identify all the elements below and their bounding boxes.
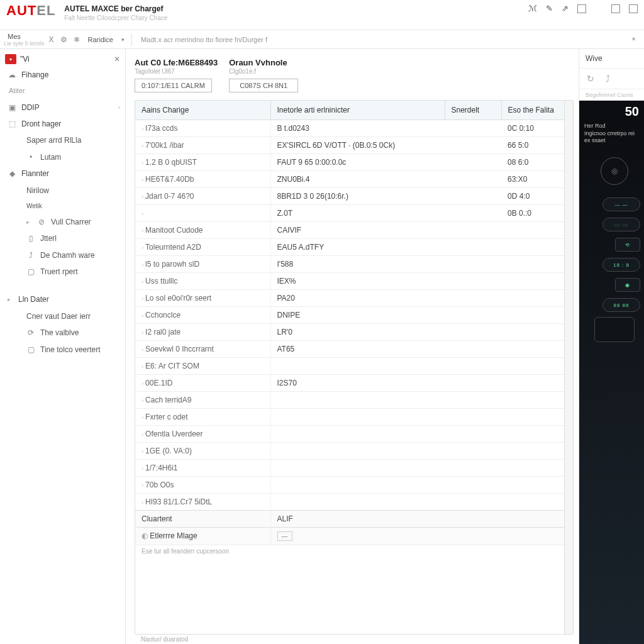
table-row[interactable]: Cach terridA9 (135, 391, 564, 408)
cell: CAIVIF (270, 221, 445, 238)
sidebar-item-11[interactable]: ⤴De Chamh ware (0, 247, 125, 264)
sidebar-item-icon: ◆ (8, 169, 16, 178)
card-button[interactable]: 0:107:1/E11 CALRM (135, 79, 212, 92)
cell (501, 323, 564, 340)
cell (270, 391, 445, 408)
footer-label: Cluartent (135, 510, 270, 527)
menu-mes[interactable]: Mes (4, 33, 45, 40)
cell (135, 204, 270, 221)
cell (501, 255, 564, 272)
tool-x-icon[interactable]: X (47, 35, 56, 44)
sidebar-item-15[interactable]: ⟳The valblve (0, 325, 125, 341)
footer-box[interactable]: — (277, 531, 292, 541)
sidebar-item-12[interactable]: ▢Truert rpert (0, 264, 125, 280)
table-scrollbar[interactable] (564, 101, 573, 634)
title-bar: AUTEL AUTEL MAXCE ber Chargef Falt Neett… (0, 0, 644, 30)
table-row[interactable]: 70b O0s (135, 476, 564, 493)
sidebar-item-label: DDIP (21, 103, 40, 112)
sidebar-item-8: Wetik (0, 199, 125, 214)
cell: HI93 81/1.Cr7 5iDtL (135, 493, 270, 510)
cell: 0C 0:10 (501, 119, 564, 136)
sidebar-item-10[interactable]: ▯Jtterl (0, 230, 125, 247)
cell: LR'0 (270, 323, 445, 340)
menu-raridice[interactable]: Raridice (84, 36, 117, 43)
chevron-down-icon[interactable]: ▾ (119, 36, 126, 43)
sidebar-item-icon: • (26, 153, 35, 162)
sidebar-item-label: Lutam (40, 153, 61, 162)
device-value: 50 (584, 104, 644, 119)
col-header[interactable]: Inetorle arti erlninicter (270, 101, 445, 120)
share-icon[interactable]: ⤴ (606, 74, 610, 84)
table-row[interactable]: Manitoot CudodeCAIVIF (135, 221, 564, 238)
table-row[interactable]: 7'00k1 /ibarEX'SIRCL 6D V/OTT · (0B.0:5 … (135, 136, 564, 153)
table-row[interactable]: Ofentla Uverdeer (135, 425, 564, 442)
col-header[interactable]: Aains Charige (135, 101, 270, 120)
cell: 70b O0s (135, 476, 270, 493)
sidebar-item-2[interactable]: ▣DDIP› (0, 99, 125, 116)
table-row[interactable]: 1GE (0. VA:0) (135, 442, 564, 459)
signal-icon[interactable]: ⇗ (562, 4, 569, 13)
table-row[interactable]: CchonclceDNIPE (135, 306, 564, 323)
cell (445, 476, 501, 493)
script-icon[interactable]: ℳ (528, 4, 537, 13)
table-row[interactable]: Uss ttulllcIEX% (135, 272, 564, 289)
edit-icon[interactable]: ✎ (546, 4, 553, 13)
sidebar-item-0[interactable]: ☁Fihange (0, 67, 125, 83)
window-min-button[interactable] (577, 4, 586, 13)
sidebar-item-3[interactable]: ⬚Dront hager (0, 116, 125, 132)
table-row[interactable]: 1.2 B 0 qbUISTFAUT 9 65 0:00:0.0c08 6:0 (135, 153, 564, 170)
table-row[interactable]: l5 to parowh slDI'588 (135, 255, 564, 272)
table-row[interactable]: I2 ral0 jateLR'0 (135, 323, 564, 340)
sidebar-item-label: De Chamh ware (40, 251, 95, 260)
sidebar-item-13: ▸Lln Dater (0, 291, 125, 308)
sidebar-item-label: Vull Charrer (51, 218, 91, 226)
cell (445, 170, 501, 187)
cell: IEX% (270, 272, 445, 289)
table-row[interactable]: 00E.1IDI2S70 (135, 374, 564, 391)
col-header[interactable]: Eso the Falita (501, 101, 564, 120)
device-button-6[interactable]: 88 88 (602, 298, 640, 312)
cell (501, 238, 564, 255)
tool-snow-icon[interactable]: ❄ (72, 35, 82, 44)
device-button-5[interactable]: ◉ (615, 278, 640, 292)
col-header[interactable]: Snerdelt (445, 101, 501, 120)
refresh-icon[interactable]: ↻ (587, 74, 594, 84)
sidebar-item-16[interactable]: ▢Tine tolco veertert (0, 341, 125, 358)
device-button-4[interactable]: 18 : 8 (602, 258, 640, 272)
table-row[interactable]: HE6T&7.40DbZNU0Bi.463:X0 (135, 170, 564, 187)
table-row[interactable]: Soevkwl 0 IhccrrarntAT65 (135, 340, 564, 357)
cell: E6: Ar CIT SOM (135, 357, 270, 374)
table-row[interactable]: I73a ccdsB t.d02430C 0:10 (135, 119, 564, 136)
cell (501, 272, 564, 289)
device-button-1[interactable]: — — (602, 197, 640, 211)
table-row[interactable]: HI93 81/1.Cr7 5iDtL (135, 493, 564, 510)
cell: Cchonclce (135, 306, 270, 323)
tool-gear-icon[interactable]: ⚙ (58, 35, 69, 44)
device-button-2[interactable]: ::: ::: (602, 218, 640, 231)
device-button-3[interactable]: ⟲ (615, 238, 640, 252)
sidebar-item-6[interactable]: ◆Flannter (0, 165, 125, 182)
window-restore-button[interactable] (611, 4, 620, 13)
cell (445, 340, 501, 357)
table-row[interactable]: Lo sol e0oi'r0r seertPA20 (135, 289, 564, 306)
table-row[interactable]: E6: Ar CIT SOM (135, 357, 564, 374)
table-row[interactable]: Toleurntend A2DEAU5 A.dTFY (135, 238, 564, 255)
table-row[interactable]: 1/7:4H6i1 (135, 459, 564, 476)
sidebar-item-label: Truert rpert (40, 267, 78, 276)
cell (501, 289, 564, 306)
table-row[interactable]: Jdart 0-7 46?08BR1D 3 0 26(10:6r.)0D 4:0 (135, 187, 564, 204)
table-row[interactable]: Fxrter c odet (135, 408, 564, 425)
device-knob[interactable] (594, 317, 635, 342)
window-close-button[interactable] (629, 4, 638, 13)
table-row[interactable]: Z.0T0B 0.:0 (135, 204, 564, 221)
star-icon[interactable]: ✶ (631, 35, 640, 43)
cell: Z.0T (270, 204, 445, 221)
cell (270, 442, 445, 459)
cell: Lo sol e0oi'r0r seert (135, 289, 270, 306)
sidebar-item-label: Saper arrd RlLla (26, 136, 81, 145)
card-button[interactable]: C087S CH 8N1 (229, 79, 298, 92)
window-title: AUTEL MAXCE ber Chargef (64, 4, 528, 14)
sidebar-item-icon: ☁ (8, 70, 16, 79)
sidebar-item-9[interactable]: ▸⊘Vull Charrer (0, 214, 125, 230)
sidebar-close-icon[interactable]: ✕ (114, 55, 120, 64)
